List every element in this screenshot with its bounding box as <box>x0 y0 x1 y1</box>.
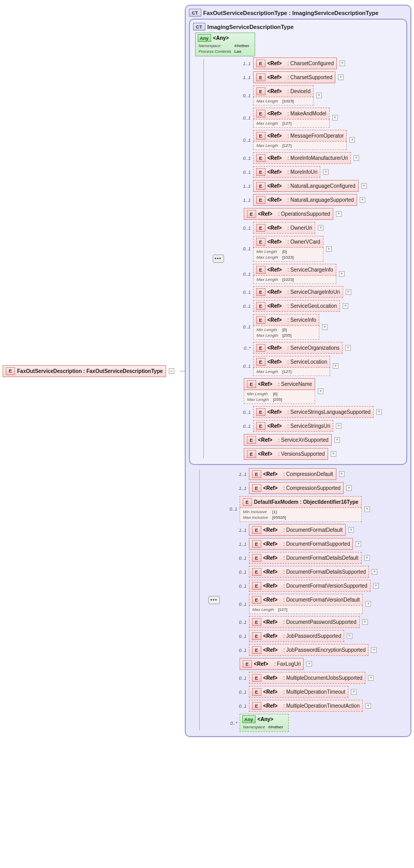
cardinality-label: 0..1 <box>236 364 251 369</box>
schema-element[interactable]: E<Ref> : ServiceLocation <box>253 356 331 368</box>
schema-element[interactable]: E<Ref> : ServiceChargeInfo <box>253 264 336 276</box>
schema-element[interactable]: E<Ref> : DeviceId <box>253 85 314 97</box>
expand-icon[interactable]: + <box>346 289 351 295</box>
schema-element[interactable]: EDefaultFaxModem : ObjectIdentifier16Typ… <box>240 496 362 508</box>
schema-element-row: 0..1E<Ref> : ServiceChargeInfoUri+ <box>236 286 382 298</box>
expand-icon[interactable]: + <box>372 569 377 575</box>
schema-element[interactable]: E<Ref> : OperationsSupported <box>244 208 334 220</box>
schema-element[interactable]: E<Ref> : CompressionSupported <box>249 482 344 494</box>
element-name: : ServiceStringsUri <box>288 423 331 429</box>
schema-element[interactable]: E<Ref> : CharsetConfigured <box>253 57 337 69</box>
sequence-icon[interactable] <box>213 255 224 263</box>
collapse-icon[interactable]: − <box>169 368 174 374</box>
schema-element[interactable]: E<Ref> : MoreInfoManufacturerUri <box>253 152 351 164</box>
expand-icon[interactable]: + <box>322 324 328 330</box>
schema-element[interactable]: E<Ref> : OwnerVCard <box>253 236 323 248</box>
schema-element[interactable]: E<Ref> : OwnerUri <box>253 222 316 234</box>
connector-line <box>180 371 185 371</box>
ref-label: <Ref> <box>263 633 278 639</box>
schema-element[interactable]: E<Ref> : ServiceXriSupported <box>244 434 332 446</box>
schema-element[interactable]: E<Ref> : DocumentFormatVersionDefault <box>249 594 363 606</box>
schema-element[interactable]: E<Ref> : ServiceChargeInfoUri <box>253 286 343 298</box>
expand-icon[interactable]: + <box>373 583 379 589</box>
schema-element[interactable]: E<Ref> : DocumentFormatDetailsDefault <box>249 552 362 564</box>
schema-element[interactable]: E<Ref> : MultipleOperationTimeout <box>249 686 349 698</box>
expand-icon[interactable]: + <box>348 527 354 533</box>
expand-icon[interactable]: + <box>334 437 340 443</box>
schema-element[interactable]: E<Ref> : NaturalLanguageSupported <box>253 194 357 206</box>
expand-icon[interactable]: + <box>339 61 345 66</box>
any-wildcard[interactable]: Any<Any>Namespace##other <box>240 714 289 732</box>
element-name: : JobPasswordSupported <box>284 633 342 639</box>
cardinality-label: 0..1 <box>236 304 251 309</box>
expand-icon[interactable]: + <box>349 137 355 143</box>
schema-element[interactable]: E<Ref> : CharsetSupported <box>253 71 336 83</box>
schema-element[interactable]: E<Ref> : JobPasswordSupported <box>249 630 345 642</box>
schema-element[interactable]: E<Ref> : ServiceOrganizations <box>253 342 343 354</box>
expand-icon[interactable]: + <box>362 619 368 625</box>
expand-icon[interactable]: + <box>365 703 371 709</box>
element-badge-icon: E <box>256 73 265 81</box>
expand-icon[interactable]: + <box>361 183 367 189</box>
schema-element[interactable]: E<Ref> : DocumentFormatSupported <box>249 538 353 550</box>
expand-icon[interactable]: + <box>371 647 377 653</box>
element-badge-icon: E <box>252 688 261 696</box>
expand-icon[interactable]: + <box>339 271 345 277</box>
schema-element[interactable]: E<Ref> : ServiceStringsLanguageSupported <box>253 406 374 418</box>
cardinality-label: 0..1 <box>236 272 251 277</box>
expand-icon[interactable]: + <box>336 211 342 217</box>
expand-icon[interactable]: + <box>364 555 370 561</box>
root-element-box[interactable]: E FaxOutServiceDescription : FaxOutServi… <box>3 365 166 377</box>
expand-icon[interactable]: + <box>332 115 338 121</box>
any-wildcard[interactable]: Any <Any> Namespace##other Process Conte… <box>195 33 255 56</box>
schema-element[interactable]: E<Ref> : ServiceStringsUri <box>253 420 334 432</box>
expand-icon[interactable]: + <box>347 633 352 639</box>
ref-label: <Ref> <box>263 619 278 625</box>
schema-element[interactable]: E<Ref> : CompressionDefault <box>249 468 336 480</box>
schema-element[interactable]: E<Ref> : FaxLogUri <box>240 658 304 670</box>
schema-element[interactable]: E<Ref> : JobPasswordEncryptionSupported <box>249 644 369 656</box>
expand-icon[interactable]: + <box>346 485 352 491</box>
expand-icon[interactable]: + <box>338 74 344 80</box>
schema-element[interactable]: E<Ref> : MoreInfoUri <box>253 166 321 178</box>
schema-element-row: 0..1E<Ref> : ServiceInfoMin Length[0]Max… <box>236 314 382 340</box>
schema-element[interactable]: E<Ref> : DocumentFormatDefault <box>249 524 346 536</box>
expand-icon[interactable]: + <box>331 451 336 457</box>
schema-element[interactable]: E<Ref> : DocumentPasswordSupported <box>249 616 360 628</box>
schema-element[interactable]: E<Ref> : ServiceName <box>244 378 316 390</box>
expand-icon[interactable]: + <box>343 303 348 309</box>
expand-icon[interactable]: + <box>306 661 312 667</box>
schema-element[interactable]: E<Ref> : DocumentFormatVersionSupported <box>249 580 371 592</box>
expand-icon[interactable]: + <box>318 225 323 231</box>
schema-element-row: 0..1E<Ref> : ServiceStringsUri+ <box>236 420 382 432</box>
expand-icon[interactable]: + <box>351 689 357 695</box>
expand-icon[interactable]: + <box>353 155 359 161</box>
expand-icon[interactable]: + <box>345 345 351 351</box>
cardinality-label: 0..1 <box>232 648 247 653</box>
schema-element[interactable]: E<Ref> : VersionsSupported <box>244 448 328 460</box>
expand-icon[interactable]: + <box>364 506 370 512</box>
expand-icon[interactable]: + <box>333 363 338 369</box>
expand-icon[interactable]: + <box>336 423 342 429</box>
schema-element[interactable]: E<Ref> : MessageFromOperator <box>253 130 347 142</box>
schema-element[interactable]: E<Ref> : NaturalLanguageConfigured <box>253 180 359 192</box>
expand-icon[interactable]: + <box>356 541 361 547</box>
expand-icon[interactable]: + <box>318 388 323 394</box>
schema-element[interactable]: E<Ref> : MultipleOperationTimeoutAction <box>249 700 363 712</box>
expand-icon[interactable]: + <box>360 197 365 203</box>
sequence-icon[interactable] <box>209 596 220 604</box>
expand-icon[interactable]: + <box>376 409 382 415</box>
schema-element[interactable]: E<Ref> : ServiceInfo <box>253 314 320 326</box>
schema-element[interactable]: E<Ref> : MakeAndModel <box>253 108 330 119</box>
schema-element[interactable]: E<Ref> : DocumentFormatDetailsSupported <box>249 566 369 578</box>
expand-icon[interactable]: + <box>316 93 322 98</box>
expand-icon[interactable]: + <box>365 601 371 607</box>
expand-icon[interactable]: + <box>339 471 345 477</box>
expand-icon[interactable]: + <box>326 246 332 252</box>
expand-icon[interactable]: + <box>368 675 374 681</box>
expand-icon[interactable]: + <box>323 169 329 175</box>
element-badge-icon: E <box>243 660 252 668</box>
schema-element[interactable]: E<Ref> : ServiceGeoLocation <box>253 300 341 312</box>
schema-element-row: 1..1E<Ref> : DocumentFormatDefault+ <box>232 524 379 536</box>
schema-element[interactable]: E<Ref> : MultipleDocumentJobsSupported <box>249 672 366 684</box>
